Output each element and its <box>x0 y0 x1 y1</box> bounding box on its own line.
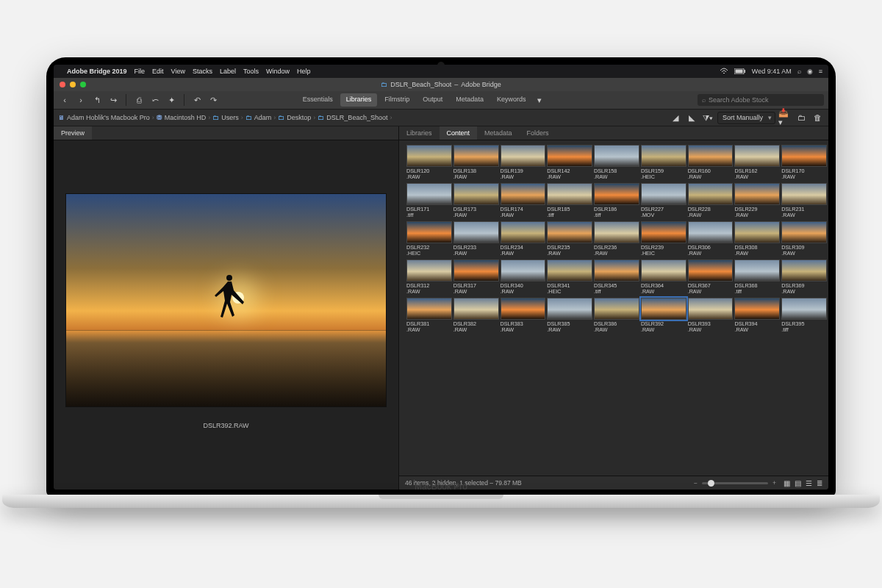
menu-view[interactable]: View <box>171 68 185 75</box>
thumbnail-item[interactable]: DSLR369.RAW <box>781 259 825 295</box>
thumbnail-item[interactable]: DSLR385.RAW <box>547 298 591 333</box>
thumbnail-image[interactable] <box>688 183 734 205</box>
close-button[interactable] <box>60 82 65 87</box>
thumbnail-image[interactable] <box>547 145 592 167</box>
thumbnail-item[interactable]: DSLR158.RAW <box>594 145 638 180</box>
tab-metadata[interactable]: Metadata <box>477 126 520 140</box>
thumbnail-item[interactable]: DSLR234.RAW <box>501 221 545 257</box>
thumbnail-item[interactable]: DSLR395.tiff <box>781 298 825 333</box>
thumbnail-image[interactable] <box>734 298 780 320</box>
thumbnail-item[interactable]: DSLR364.RAW <box>641 259 685 295</box>
boomerang-icon[interactable]: ⤺ <box>148 93 162 107</box>
thumbnail-image[interactable] <box>641 183 686 205</box>
window-titlebar[interactable]: 🗀 DSLR_Beach_Shoot – Adobe Bridge <box>54 78 828 91</box>
thumbnail-scroll[interactable]: DSLR120.RAWDSLR138.RAWDSLR139.RAWDSLR142… <box>399 140 828 476</box>
thumbnail-item[interactable]: DSLR162.RAW <box>734 145 778 180</box>
thumbnail-item[interactable]: DSLR383.RAW <box>501 298 545 333</box>
thumbnail-image[interactable] <box>453 298 499 320</box>
thumbnail-image[interactable] <box>781 259 827 282</box>
preview-area[interactable]: DSLR392.RAW <box>54 140 398 490</box>
thumbnail-image[interactable] <box>734 183 780 205</box>
thumbnail-item[interactable]: DSLR229.RAW <box>734 183 778 218</box>
refine-icon[interactable]: ✦ <box>165 93 178 107</box>
thumbnail-item[interactable]: DSLR236.RAW <box>594 221 638 257</box>
thumbnail-image[interactable] <box>453 259 499 282</box>
open-camera-button[interactable]: ⎙ <box>132 93 146 107</box>
thumbnail-item[interactable]: DSLR392.RAW <box>641 298 685 333</box>
thumbnail-item[interactable]: DSLR368.tiff <box>734 259 778 295</box>
thumbnail-item[interactable]: DSLR227.MOV <box>641 183 685 218</box>
thumbnail-image[interactable] <box>734 145 780 167</box>
breadcrumb-seg-4[interactable]: DSLR_Beach_Shoot <box>326 114 387 121</box>
thumbnail-item[interactable]: DSLR386.RAW <box>594 298 638 333</box>
thumbnail-image[interactable] <box>406 298 452 320</box>
zoom-button[interactable] <box>80 82 86 87</box>
breadcrumb-seg-0[interactable]: Macintosh HD <box>165 114 207 121</box>
thumbnail-image[interactable] <box>501 183 546 205</box>
battery-icon[interactable] <box>734 68 746 74</box>
thumbnail-image[interactable] <box>453 145 499 167</box>
thumbnail-item[interactable]: DSLR308.RAW <box>734 221 778 257</box>
wifi-icon[interactable] <box>720 68 728 75</box>
rotate-ccw-button[interactable]: ↶ <box>190 93 204 107</box>
sort-dropdown[interactable]: Sort Manually <box>717 112 775 124</box>
trash-icon[interactable]: 🗑 <box>811 111 824 124</box>
workspace-output[interactable]: Output <box>417 93 448 107</box>
search-input[interactable]: ⌕ Search Adobe Stock <box>698 94 824 106</box>
thumbnail-item[interactable]: DSLR228.RAW <box>688 183 732 218</box>
thumbnail-item[interactable]: DSLR382.RAW <box>453 298 498 333</box>
thumbnail-image[interactable] <box>688 298 734 320</box>
breadcrumb-seg-1[interactable]: Users <box>221 114 239 121</box>
thumbnail-item[interactable]: DSLR381.RAW <box>406 298 451 333</box>
thumbnail-item[interactable]: DSLR393.RAW <box>688 298 732 333</box>
menu-window[interactable]: Window <box>266 68 290 75</box>
thumbnail-item[interactable]: DSLR174.RAW <box>501 183 545 218</box>
reveal-recent-button[interactable]: ↪ <box>107 93 120 107</box>
menubar-clock[interactable]: Wed 9:41 AM <box>752 68 792 75</box>
thumbnail-item[interactable]: DSLR160.RAW <box>688 145 732 180</box>
thumbnail-item[interactable]: DSLR120.RAW <box>406 145 451 180</box>
rotate-cw-button[interactable]: ↷ <box>207 93 220 107</box>
thumbnail-image[interactable] <box>781 145 827 167</box>
thumbnail-image[interactable] <box>688 221 734 243</box>
workspace-more-button[interactable]: ▾ <box>533 93 546 107</box>
thumbnail-image[interactable] <box>641 221 686 243</box>
thumbnail-image[interactable] <box>641 259 686 282</box>
sort-asc-icon[interactable]: ◢ <box>669 111 682 124</box>
thumbnail-image[interactable] <box>641 145 686 167</box>
thumbnail-item[interactable]: DSLR139.RAW <box>501 145 545 180</box>
thumbnail-item[interactable]: DSLR186.tiff <box>594 183 638 218</box>
new-folder-icon[interactable]: 🗀 <box>795 111 808 124</box>
thumbnail-image[interactable] <box>501 259 546 282</box>
minimize-button[interactable] <box>70 82 76 87</box>
thumbnail-image[interactable] <box>453 221 499 243</box>
menu-edit[interactable]: Edit <box>152 68 164 75</box>
thumbnail-image[interactable] <box>734 259 780 282</box>
thumbnail-image[interactable] <box>688 259 734 282</box>
workspace-libraries[interactable]: Libraries <box>340 93 378 107</box>
filter-icon[interactable]: ⧩▾ <box>701 111 714 124</box>
thumbnail-image[interactable] <box>406 183 452 205</box>
thumbnail-image[interactable] <box>734 221 780 243</box>
thumbnail-item[interactable]: DSLR317.RAW <box>453 259 498 295</box>
thumbnail-image[interactable] <box>594 145 639 167</box>
nav-back-button[interactable]: ‹ <box>58 93 71 107</box>
thumbnail-item[interactable]: DSLR306.RAW <box>688 221 732 257</box>
thumbnail-item[interactable]: DSLR185.tiff <box>547 183 591 218</box>
nav-forward-button[interactable]: › <box>74 93 87 107</box>
thumbnail-item[interactable]: DSLR312.RAW <box>406 259 451 295</box>
thumbnail-item[interactable]: DSLR340.RAW <box>501 259 545 295</box>
breadcrumb-seg-3[interactable]: Desktop <box>287 114 311 121</box>
preview-image[interactable] <box>65 193 387 408</box>
menu-label[interactable]: Label <box>220 68 236 75</box>
thumbnail-item[interactable]: DSLR159.HEIC <box>641 145 685 180</box>
thumbnail-item[interactable]: DSLR138.RAW <box>453 145 498 180</box>
thumbnail-image[interactable] <box>594 221 639 243</box>
thumbnail-item[interactable]: DSLR345.tiff <box>594 259 638 295</box>
thumbnail-image[interactable] <box>547 221 592 243</box>
tab-folders[interactable]: Folders <box>520 126 556 140</box>
thumbnail-image[interactable] <box>594 183 639 205</box>
thumbnail-image[interactable] <box>594 298 639 320</box>
menu-help[interactable]: Help <box>297 68 311 75</box>
notifications-icon[interactable]: ≡ <box>819 68 822 75</box>
